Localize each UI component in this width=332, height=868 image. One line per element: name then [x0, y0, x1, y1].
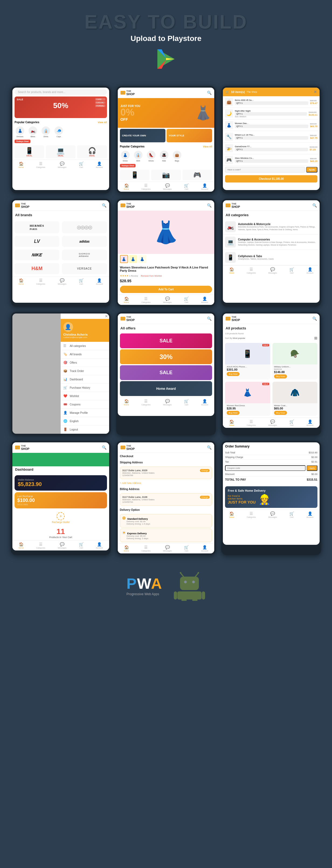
- nav-cart-2[interactable]: 🛒Cart: [184, 183, 189, 190]
- product-card-2[interactable]: 🪖 Military Uniform... $183.14 $146.88 Bu…: [272, 343, 318, 379]
- nav-cart-d[interactable]: 🛒Cart: [79, 542, 84, 549]
- deal-item[interactable]: 📱DEAL: [14, 145, 44, 158]
- brand-versace[interactable]: VERSACE: [62, 263, 107, 274]
- menu-all-brands[interactable]: 🏷️All brands: [61, 350, 109, 359]
- nav-account[interactable]: 👤Account: [96, 161, 103, 168]
- deal-item-2[interactable]: 📱: [120, 169, 150, 180]
- menu-logout[interactable]: 🚪Logout: [61, 425, 109, 434]
- close-btn[interactable]: ✕: [314, 90, 317, 94]
- nav-cats-os[interactable]: ☰Categories: [247, 512, 256, 518]
- nav-acc-p[interactable]: 👤Account: [201, 297, 208, 303]
- nav-home-o[interactable]: 🏠Home: [124, 399, 129, 406]
- nav-home-c[interactable]: 🏠Home: [229, 267, 234, 274]
- nav-home-d[interactable]: 🏠Home: [19, 542, 24, 549]
- nav-home-pr[interactable]: 🏠Home: [229, 420, 234, 426]
- nav-msg-o[interactable]: 💬Messages: [163, 399, 172, 406]
- search-icon[interactable]: 🔍: [207, 91, 211, 95]
- grid-toggle[interactable]: ⊞: [314, 336, 318, 340]
- nav-acc-os[interactable]: 👤Account: [306, 512, 313, 518]
- nav-cats-c[interactable]: ☰Categories: [247, 267, 256, 274]
- cat-phones[interactable]: 📱 Cellphones & Tabs Smartphones, Tablets…: [223, 250, 320, 265]
- menu-purchase[interactable]: 🛒Purchase History: [61, 383, 109, 392]
- search-icon-p[interactable]: 🔍: [207, 203, 211, 208]
- express-delivery[interactable]: Express Delivery Delivery cost: $5.00 De…: [120, 529, 212, 542]
- search-icon-o[interactable]: 🔍: [207, 316, 211, 321]
- nav-msg-b[interactable]: 💬Messages: [58, 278, 66, 285]
- radio-express[interactable]: [122, 531, 126, 534]
- nav-acc-d[interactable]: 👤Account: [96, 542, 103, 549]
- nav-acc-o[interactable]: 👤Account: [201, 399, 208, 406]
- offer-3[interactable]: SALE: [120, 365, 212, 380]
- nav-cart-ch[interactable]: 🛒Cart: [184, 545, 189, 552]
- nav-messages[interactable]: 💬Messages: [58, 161, 66, 168]
- thumb-2[interactable]: 👗: [129, 255, 137, 263]
- nav-acc-c[interactable]: 👤Account: [306, 267, 313, 274]
- offer-2[interactable]: 30%: [120, 349, 212, 364]
- buy-now-1[interactable]: Buy Now: [227, 372, 239, 376]
- sort-value[interactable]: Most popular: [233, 337, 245, 339]
- search-icon-ch[interactable]: 🔍: [207, 445, 211, 450]
- search-icon-brands[interactable]: 🔍: [102, 203, 106, 208]
- brand-audi[interactable]: ◎◎◎◎: [62, 221, 107, 233]
- search-icon-d[interactable]: 🔍: [102, 445, 106, 450]
- change-btn-billing[interactable]: Change: [200, 496, 210, 499]
- thumb-1[interactable]: 👗: [120, 255, 128, 263]
- nav-cats-o[interactable]: ☰Categories: [141, 399, 151, 406]
- nav-cart-os[interactable]: 🛒Cart: [290, 512, 294, 518]
- cat-computer[interactable]: 💻 Computer & Accessories Desktops, Lapto…: [223, 235, 320, 250]
- nav-cart-b[interactable]: 🛒Cart: [79, 278, 84, 285]
- product-card-3[interactable]: 👗 SALE Women Red Dress $28.95 Buy Now: [225, 382, 270, 416]
- deal-item-2[interactable]: 📷: [151, 169, 181, 180]
- nav-cart-pr[interactable]: 🛒Cart: [290, 420, 294, 426]
- search-bar[interactable]: Search for products, brands and more...: [14, 89, 107, 95]
- cat-item[interactable]: 👠Shoes: [146, 151, 157, 162]
- promo-input[interactable]: [225, 465, 306, 471]
- menu-wishlist[interactable]: ❤️Wishlist: [61, 392, 109, 400]
- drawer-close-btn[interactable]: ✕: [105, 314, 108, 318]
- search-icon-c[interactable]: 🔍: [312, 203, 317, 208]
- nav-cart-o[interactable]: 🛒Cart: [184, 399, 189, 406]
- menu-profile[interactable]: 👤Manage Profile: [61, 409, 109, 417]
- nav-msg-p[interactable]: 💬Messages: [163, 297, 172, 303]
- nav-home-p[interactable]: 🏠Home: [124, 297, 129, 303]
- nav-cats-d[interactable]: ☰Categories: [36, 542, 45, 549]
- nav-acc-ch[interactable]: 👤Account: [201, 545, 208, 552]
- cat-item[interactable]: 👔Shirt: [133, 151, 144, 162]
- nav-account-2[interactable]: 👤Account: [201, 183, 208, 190]
- buy-now-2[interactable]: Buy Now: [274, 374, 287, 378]
- deal-item[interactable]: 🎧DEAL: [77, 145, 107, 158]
- nav-cart-c[interactable]: 🛒Cart: [290, 267, 294, 274]
- apply-promo-btn[interactable]: Apply: [307, 465, 318, 471]
- brand-hm[interactable]: H&M: [14, 263, 59, 274]
- buy-now-4[interactable]: Buy Now: [274, 411, 287, 415]
- menu-all-categories[interactable]: ☰All categories: [61, 342, 109, 350]
- category-item[interactable]: 👔Shirts: [40, 126, 51, 137]
- nav-home-ch[interactable]: 🏠Home: [124, 545, 129, 552]
- nav-cart[interactable]: 🛒Cart: [79, 161, 84, 168]
- nav-home-2[interactable]: 🏠Home: [124, 183, 129, 190]
- nav-cats-p[interactable]: ☰Categories: [141, 297, 151, 303]
- view-all-btn[interactable]: View All: [98, 121, 107, 124]
- apply-coupon-btn[interactable]: Apply: [306, 167, 318, 173]
- offer-4[interactable]: Home Award: [120, 381, 212, 396]
- nav-msg-d[interactable]: 💬Messages: [58, 542, 66, 549]
- brand-nike[interactable]: NIKE: [14, 250, 59, 260]
- overlay[interactable]: [12, 313, 61, 434]
- nav-msg-os[interactable]: 💬Messages: [268, 512, 277, 518]
- product-card-1[interactable]: 📱 SALE ASUS ROG Phone... $301.00 Buy Now: [225, 343, 270, 379]
- category-item[interactable]: 👗Dresses: [14, 126, 25, 137]
- buy-now-3[interactable]: Buy Now: [227, 411, 239, 415]
- view-all[interactable]: View All: [203, 145, 212, 148]
- add-to-cart-btn[interactable]: Add To Cart: [120, 286, 212, 293]
- menu-coupons[interactable]: 🎟️Coupons: [61, 400, 109, 409]
- cat-item[interactable]: 🎩Hats: [159, 151, 169, 162]
- add-recharge-btn[interactable]: +: [57, 512, 65, 520]
- brand-lv[interactable]: LV: [14, 236, 59, 247]
- nav-msg-c[interactable]: 💬Messages: [268, 267, 277, 274]
- search-icon-pr[interactable]: 🔍: [312, 316, 317, 321]
- nav-cart-p[interactable]: 🛒Cart: [184, 297, 189, 303]
- brand-adidas[interactable]: adidas: [62, 236, 107, 247]
- menu-language[interactable]: 🌐English: [61, 417, 109, 425]
- nav-categories[interactable]: ☰Categories: [36, 161, 45, 168]
- nav-home-b[interactable]: 🏠Home: [19, 278, 24, 285]
